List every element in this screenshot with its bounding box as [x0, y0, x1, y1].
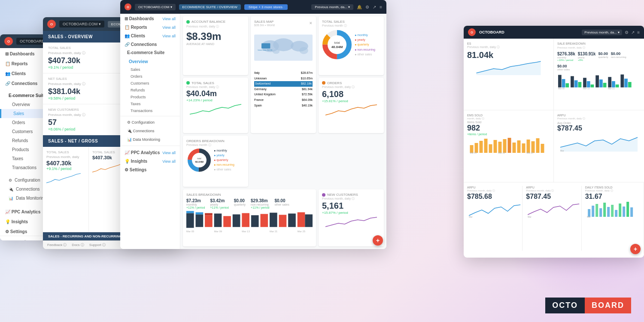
panel3-topbar: O OCTOBOARD.COM ▾ ECOMMERCE SUITE / OVER… — [120, 0, 386, 14]
svg-rect-34 — [288, 214, 296, 227]
panel3-menu-insights: 💡 Insights View all — [120, 156, 180, 165]
svg-rect-87 — [595, 204, 598, 217]
panel3-menu-data-monitoring[interactable]: 📊 Data Monitoring — [120, 135, 180, 144]
card-account-balance: ACCOUNT BALANCE Previous month, daily ⓘ … — [183, 16, 248, 75]
brand-footer: OCTO BOARD — [545, 298, 631, 313]
card-sales-breakdown: SALES BREAKDOWN $7.23mmonthly+11% / peri… — [183, 189, 316, 246]
panel3-menu-clients: 👥 Clients View all — [120, 31, 180, 39]
svg-rect-96 — [630, 207, 633, 217]
svg-text:United States: $14.56k: United States: $14.56k — [258, 49, 273, 51]
svg-rect-86 — [592, 206, 594, 217]
panel-main-center: O OCTOBOARD.COM ▾ ECOMMERCE SUITE / OVER… — [120, 0, 386, 249]
svg-rect-44 — [565, 83, 569, 88]
panel3-menu-taxes[interactable]: Taxes — [120, 100, 180, 107]
svg-rect-26 — [214, 214, 222, 227]
panel3-icon2[interactable]: ⚙ — [365, 5, 369, 9]
svg-rect-23 — [196, 213, 204, 215]
panel3-icon3[interactable]: ↗ — [373, 5, 376, 9]
svg-rect-51 — [595, 75, 599, 87]
svg-text:Mar 13: Mar 13 — [242, 230, 250, 233]
panel3-icon4[interactable]: ≡ — [380, 5, 382, 9]
svg-text:total: total — [334, 41, 340, 44]
svg-text:Mar 05: Mar 05 — [470, 152, 477, 154]
panel3-add-button[interactable]: + — [373, 235, 383, 246]
panel4-period[interactable]: Previous month, da... ▾ — [582, 30, 622, 35]
panel4-icon1[interactable]: ⚙ — [625, 30, 629, 35]
panel4-grid: ES Previous month, daily ⓘ 81.04k SALE B… — [464, 39, 644, 254]
svg-rect-91 — [611, 205, 614, 217]
card-orders: ORDERS Previous month, daily ⓘ 6,108 +15… — [319, 78, 384, 133]
svg-rect-46 — [574, 80, 578, 87]
panel4-icon2[interactable]: ↗ — [631, 30, 635, 35]
svg-text:Mar: Mar — [560, 149, 564, 152]
panel3-menu-overview[interactable]: Overview — [120, 57, 180, 66]
svg-rect-27 — [223, 216, 231, 227]
panel4-topbar: O OCTOBOARD Previous month, da... ▾ ⚙ ↗ … — [464, 26, 644, 39]
panel3-tab1[interactable]: ECOMMERCE SUITE / OVERVIEW — [179, 4, 241, 10]
svg-rect-28 — [233, 215, 240, 227]
panel4-add-button[interactable]: + — [630, 244, 641, 254]
svg-rect-67 — [489, 144, 492, 153]
panel3-menu-configuration[interactable]: ⚙ Configuration — [120, 118, 180, 127]
svg-rect-57 — [620, 74, 624, 87]
card-total-sales-donut: TOTAL SALES Previous month ⓘ total 40.04… — [319, 16, 384, 75]
svg-rect-29 — [242, 213, 249, 227]
panel4-cell-items-sold: EMS SOLD month, daily ⓘ Items Sold 982 +… — [464, 110, 554, 182]
panel2-dropdown1[interactable]: OCTOBOARD.COM ▾ — [59, 21, 104, 27]
brand-octo: OCTO — [545, 298, 585, 313]
panel3-icon1[interactable]: 🔔 — [357, 5, 362, 9]
svg-rect-49 — [587, 81, 590, 88]
panel3-dropdown1[interactable]: OCTOBOARD.COM ▾ — [135, 4, 176, 10]
svg-rect-48 — [583, 78, 586, 87]
panel-right: O OCTOBOARD Previous month, da... ▾ ⚙ ↗ … — [464, 26, 644, 258]
svg-rect-54 — [608, 77, 611, 87]
panel3-menu-orders[interactable]: Orders — [120, 73, 180, 80]
svg-rect-20 — [186, 213, 194, 228]
svg-rect-12 — [261, 43, 270, 49]
svg-rect-58 — [624, 79, 628, 87]
panel3-menu-sales[interactable]: Sales — [120, 66, 180, 73]
svg-text:Mar: Mar — [469, 216, 473, 218]
svg-rect-90 — [607, 207, 610, 217]
panel1-logo: O — [4, 37, 13, 46]
svg-rect-75 — [527, 140, 530, 153]
panel3-period[interactable]: Previous month, da... ▾ — [311, 4, 353, 10]
svg-rect-43 — [562, 79, 565, 87]
panel3-menu-connections-sub[interactable]: 🔌 Connections — [120, 127, 180, 135]
svg-text:total: total — [197, 157, 201, 160]
panel3-menu-products[interactable]: Products — [120, 94, 180, 100]
svg-text:40.04M: 40.04M — [195, 161, 204, 163]
card-total-sales-line: TOTAL SALES Previous month, daily ⓘ $40.… — [183, 78, 248, 133]
svg-rect-71 — [508, 138, 511, 153]
panel4-cell-sale-breakdown: SALE BREAKDOWN Previous month, daily ⓘ $… — [554, 39, 644, 110]
svg-text:40.04M: 40.04M — [331, 45, 343, 49]
panel4-logo: O — [468, 28, 476, 36]
panel3-menu-refunds[interactable]: Refunds — [120, 87, 180, 94]
svg-rect-76 — [532, 141, 535, 153]
panel3-menu-customers[interactable]: Customers — [120, 80, 180, 87]
panel3-menu-transactions[interactable]: Transactions — [120, 107, 180, 114]
panel3-menu: ⊞ Dashboards View all 📋 Reports View all… — [120, 14, 180, 249]
panel3-menu-ecommerce[interactable]: E-commerce Suite — [120, 48, 180, 57]
panel3-tab2[interactable]: ·Stripe + 3 more stores · — [244, 4, 288, 10]
panel4-cell-daily-items: ARPU Previous month, daily ⓘ $785.68 Mar… — [464, 182, 644, 254]
svg-rect-50 — [591, 85, 594, 88]
svg-rect-21 — [186, 211, 194, 213]
svg-rect-25 — [205, 213, 213, 216]
svg-rect-72 — [513, 143, 516, 153]
svg-rect-94 — [623, 207, 625, 217]
panel3-menu-ppc: 📈 PPC Analytics View all — [120, 148, 180, 156]
svg-rect-66 — [484, 139, 488, 153]
svg-text:Mar 05: Mar 05 — [558, 88, 565, 90]
svg-text:Mar: Mar — [587, 216, 591, 218]
svg-rect-65 — [480, 141, 483, 153]
panel2-logo: O — [47, 20, 56, 28]
svg-rect-89 — [603, 203, 606, 217]
panel3-dashboard-content: ACCOUNT BALANCE Previous month, daily ⓘ … — [180, 14, 386, 249]
svg-rect-56 — [616, 85, 619, 88]
svg-text:Mar 21: Mar 21 — [270, 230, 277, 233]
svg-text:Mar 21: Mar 21 — [608, 88, 614, 90]
svg-rect-42 — [558, 75, 562, 87]
panel4-icon3[interactable]: ≡ — [637, 30, 640, 35]
svg-rect-45 — [571, 76, 574, 87]
